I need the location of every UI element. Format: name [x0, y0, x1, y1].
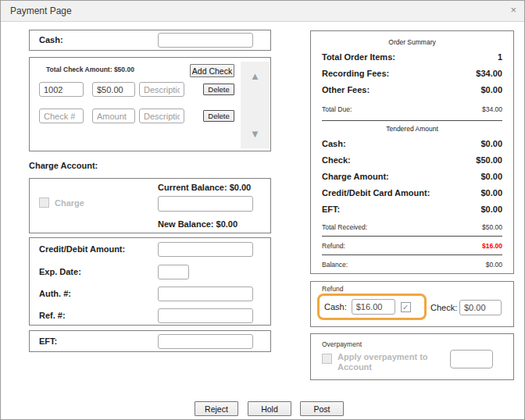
summary-row-label: Charge Amount: [322, 172, 389, 181]
balance-label: Balance: [322, 261, 348, 269]
overpayment-group: Overpayment Apply overpayment to Account [310, 333, 514, 380]
check-number-input[interactable] [39, 109, 84, 123]
refund-label: Refund: [322, 242, 345, 250]
titlebar: Payment Page × [1, 1, 524, 22]
summary-row: EFT: $0.00 [322, 201, 502, 217]
summary-row-label: Total Order Items: [322, 52, 395, 62]
overpayment-checkbox[interactable] [322, 354, 332, 364]
balance-row: Balance: $0.00 [322, 254, 502, 273]
summary-row-label: Credit/Debit Card Amount: [322, 188, 430, 198]
checkmark-icon: ✓ [402, 303, 409, 311]
summary-row: Cash: $0.00 [322, 135, 502, 151]
tendered-amount-title: Tendered Amount [322, 120, 502, 135]
cash-group: Cash: [29, 30, 271, 51]
new-balance-label: New Balance: $0.00 [158, 219, 238, 229]
refund-cash-input[interactable] [352, 299, 395, 315]
summary-row-label: Other Fees: [322, 85, 370, 94]
summary-row-value: $50.00 [476, 155, 502, 165]
reject-button[interactable]: Reject [195, 401, 238, 416]
charge-group: Current Balance: $0.00 Charge New Balanc… [29, 178, 271, 233]
refund-highlight: Cash: ✓ [317, 294, 427, 320]
summary-row-value: $0.00 [480, 205, 502, 214]
summary-row-value: $0.00 [480, 172, 502, 181]
delete-check-button[interactable]: Delete [203, 110, 234, 122]
check-amount-input[interactable] [92, 82, 135, 97]
eft-label: EFT: [39, 336, 57, 346]
overpayment-checkbox-label: Apply overpayment to Account [338, 352, 433, 372]
eft-input[interactable] [158, 334, 253, 349]
ref-number-label: Ref. #: [39, 311, 66, 320]
check-number-input[interactable] [39, 82, 84, 97]
refund-check-input[interactable] [459, 300, 502, 315]
delete-check-button[interactable]: Delete [203, 84, 234, 95]
total-due-value: $34.00 [482, 105, 502, 113]
summary-row-label: Cash: [322, 139, 346, 148]
summary-row: Check: $50.00 [322, 151, 502, 168]
total-check-amount-label: Total Check Amount: $50.00 [46, 66, 134, 73]
summary-row: Credit/Debit Card Amount: $0.00 [322, 184, 502, 201]
refund-cash-checkbox[interactable]: ✓ [401, 302, 411, 312]
total-due-row: Total Due: $34.00 [322, 98, 502, 120]
order-summary-group: Order Summary Total Order Items: 1 Recor… [310, 30, 514, 274]
credit-debit-amount-input[interactable] [158, 242, 253, 257]
summary-row: Total Order Items: 1 [322, 48, 502, 65]
total-received-row: Total Received: $50.00 [322, 218, 502, 236]
summary-row-label: Check: [322, 155, 351, 165]
scroll-up-icon[interactable]: ▲ [250, 71, 260, 81]
summary-row-value: $0.00 [480, 188, 502, 198]
summary-row: Other Fees: $0.00 [322, 81, 502, 98]
refund-check-label: Check: [430, 303, 457, 312]
refund-cash-label: Cash: [324, 302, 347, 311]
window-title: Payment Page [10, 5, 72, 16]
add-check-button[interactable]: Add Check [190, 64, 234, 77]
auth-number-input[interactable] [158, 287, 253, 301]
refund-row: Refund: $16.00 [322, 236, 502, 254]
charge-checkbox[interactable] [39, 198, 49, 208]
auth-number-label: Auth. #: [39, 289, 71, 298]
card-group: Credit/Debit Amount: Exp. Date: Auth. #:… [29, 237, 271, 326]
summary-row-value: $0.00 [480, 139, 502, 148]
summary-row: Charge Amount: $0.00 [322, 168, 502, 184]
exp-date-input[interactable] [158, 265, 189, 279]
check-description-input[interactable] [139, 82, 184, 97]
cash-label: Cash: [39, 35, 63, 44]
total-received-label: Total Received: [322, 223, 367, 231]
charge-checkbox-label: Charge [55, 198, 84, 208]
total-due-label: Total Due: [322, 105, 352, 113]
check-amount-input[interactable] [92, 109, 135, 123]
balance-value: $0.00 [486, 261, 502, 269]
close-icon[interactable]: × [510, 5, 516, 16]
check-description-input[interactable] [139, 109, 184, 123]
charge-account-label: Charge Account: [29, 161, 98, 170]
refund-group: Refund Cash: ✓ Check: [310, 281, 514, 327]
payment-page-window: Payment Page × Cash: Total Check Amount:… [0, 0, 525, 420]
charge-amount-input[interactable] [158, 196, 253, 212]
overpayment-input[interactable] [450, 350, 493, 368]
current-balance-label: Current Balance: $0.00 [158, 183, 251, 192]
summary-row-value: $0.00 [480, 85, 502, 94]
summary-row-label: EFT: [322, 205, 340, 214]
total-received-value: $50.00 [482, 223, 502, 231]
cash-input[interactable] [158, 33, 253, 48]
refund-section-title: Refund [322, 285, 343, 293]
credit-debit-amount-label: Credit/Debit Amount: [39, 244, 125, 254]
post-button[interactable]: Post [300, 401, 344, 416]
hold-button[interactable]: Hold [248, 401, 291, 416]
overpayment-title: Overpayment [322, 340, 362, 348]
scroll-down-icon[interactable]: ▼ [250, 129, 260, 139]
exp-date-label: Exp. Date: [39, 267, 81, 276]
checks-group: Total Check Amount: $50.00 Add Check Del… [29, 57, 271, 151]
order-summary-title: Order Summary [322, 34, 502, 48]
summary-row-value: 1 [498, 52, 502, 62]
summary-row: Recording Fees: $34.00 [322, 65, 502, 81]
refund-value: $16.00 [482, 242, 502, 250]
scrollbar[interactable]: ▲ ▼ [241, 62, 270, 148]
ref-number-input[interactable] [158, 308, 253, 323]
summary-row-value: $34.00 [476, 69, 502, 78]
summary-row-label: Recording Fees: [322, 69, 389, 78]
eft-group: EFT: [29, 330, 271, 352]
